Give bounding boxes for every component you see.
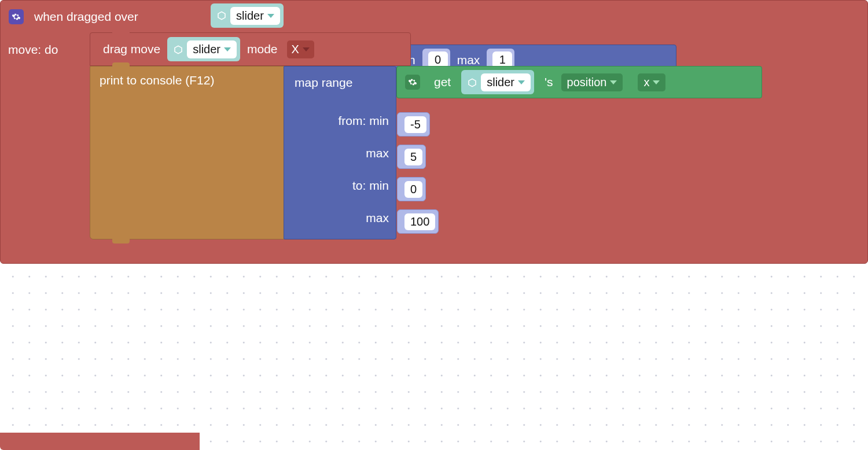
to-min-label: to: min	[352, 179, 389, 193]
to-max-label: max	[366, 211, 389, 225]
cube-icon	[467, 77, 477, 87]
to-min-value[interactable]: 0	[397, 177, 426, 201]
print-label: print to console (F12)	[100, 73, 214, 87]
chevron-down-icon	[224, 47, 231, 51]
from-min-value[interactable]: -5	[397, 112, 430, 137]
cube-icon	[173, 44, 183, 54]
mode-value: X	[292, 43, 299, 56]
canvas[interactable]: map range from: min 0 max 1 to: min 0 ma…	[0, 0, 868, 450]
when-dragged-event-block[interactable]: when dragged over slider move: do drag m…	[0, 0, 868, 264]
from-max-value[interactable]: 5	[397, 145, 426, 169]
chevron-down-icon	[653, 80, 660, 84]
to-max-value[interactable]: 100	[397, 209, 439, 234]
slider-variable-name: slider	[236, 9, 264, 23]
property-value: position	[567, 76, 607, 89]
move-do-label: move: do	[8, 43, 58, 57]
from-max-label: max	[366, 146, 389, 160]
chevron-down-icon	[610, 80, 617, 84]
gear-icon[interactable]	[405, 75, 420, 90]
chevron-down-icon	[303, 47, 310, 51]
map-range-vertical-block[interactable]: map range from: min max to: min max	[284, 66, 396, 239]
get-label: get	[434, 75, 451, 89]
axis-selector[interactable]: x	[638, 73, 665, 91]
chevron-down-icon	[267, 14, 274, 18]
cube-icon	[216, 10, 227, 21]
slider-variable-pill[interactable]: slider	[461, 70, 534, 94]
map-range-title: map range	[295, 76, 352, 90]
gear-icon[interactable]	[9, 9, 24, 24]
axis-value: x	[643, 76, 649, 89]
event-header[interactable]: when dragged over	[1, 1, 867, 33]
chevron-down-icon	[518, 80, 525, 84]
mode-selector[interactable]: X	[287, 40, 314, 58]
property-selector[interactable]: position	[561, 73, 623, 91]
drag-move-label: drag move	[103, 42, 160, 56]
event-footer-bar	[0, 433, 200, 450]
event-label: when dragged over	[34, 10, 138, 24]
possessive-label: 's	[545, 75, 553, 89]
slider-variable-pill[interactable]: slider	[167, 37, 240, 61]
slider-variable-pill[interactable]: slider	[211, 3, 284, 28]
get-property-block[interactable]: get slider 's position x	[396, 66, 762, 98]
slider-variable-name: slider	[193, 43, 220, 56]
slider-variable-name: slider	[487, 76, 514, 89]
drag-move-block[interactable]: drag move slider mode X	[90, 32, 411, 66]
from-min-label: from: min	[338, 114, 389, 128]
mode-label: mode	[247, 42, 278, 56]
to-max-label: max	[457, 53, 480, 67]
